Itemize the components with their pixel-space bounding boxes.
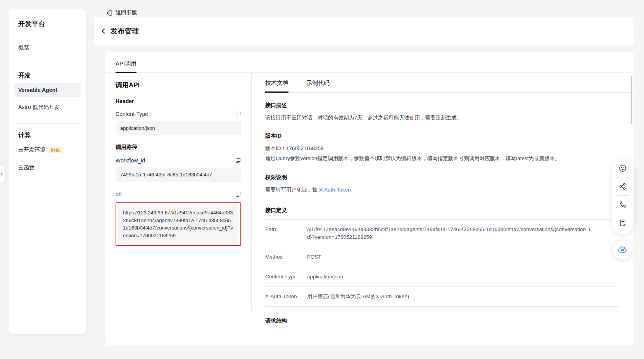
feedback-button[interactable] xyxy=(614,161,631,176)
table-row: X-Auth-Token 用户凭证(通常为华为云IAM的X-Auth-Token… xyxy=(265,287,618,307)
copy-button[interactable] xyxy=(235,111,241,117)
divider xyxy=(616,177,629,178)
return-icon xyxy=(106,10,113,16)
table-row: Method POST xyxy=(265,247,618,267)
version-id-line: 版本ID：1760521168259 xyxy=(265,145,618,152)
tab-api-call[interactable]: API调用 xyxy=(116,60,136,72)
cloud-code-icon xyxy=(617,244,628,255)
sidebar-item-label: Astro 低代码开发 xyxy=(18,104,60,111)
back-to-old-version-link[interactable]: 返回旧版 xyxy=(106,9,137,16)
back-chevron-icon[interactable] xyxy=(100,28,107,34)
request-structure-heading: 请求结构 xyxy=(265,318,618,324)
sidebar-item-versatile-agent[interactable]: Versatile Agent xyxy=(14,83,81,97)
interface-desc-body: 该接口用于应用对话，对话的有效期为7天，超过之后可能无法使用，需要重新生成。 xyxy=(265,114,618,122)
contact-button[interactable] xyxy=(614,197,631,212)
document-edit-icon xyxy=(618,219,627,227)
path-group-title: 调用路径 xyxy=(116,144,241,151)
floating-toolbar xyxy=(612,158,634,234)
sidebar-section-compute: 计算 xyxy=(14,131,81,140)
column-divider xyxy=(251,73,252,311)
row-label: Path xyxy=(265,226,307,241)
invoke-api-panel: 调用API Header Content-Type application/js… xyxy=(105,73,251,345)
sidebar: 开发平台 概览 开发 Versatile Agent Astro 低代码开发 计… xyxy=(9,9,86,334)
card-tab-bar: API调用 xyxy=(105,52,634,73)
url-highlight-box: https://123.249.99.67/v1/f9412eeacd9e446… xyxy=(116,202,241,246)
row-label: Method xyxy=(265,253,307,261)
sidebar-item-label: 云函数 xyxy=(18,164,35,171)
sidebar-section-dev: 开发 xyxy=(14,72,81,80)
card-body: 调用API Header Content-Type application/js… xyxy=(105,73,634,345)
divider xyxy=(16,37,78,37)
definition-table: Path /v1/f9412eeacd9e4464a3332b6c8f1ae2b… xyxy=(265,219,618,307)
sidebar-item-label: 概览 xyxy=(18,44,29,51)
sidebar-item-cloud-function[interactable]: 云函数 xyxy=(14,161,81,175)
page-header: 发布管理 xyxy=(94,17,634,45)
chevron-left-icon xyxy=(0,172,4,176)
sidebar-item-astro[interactable]: Astro 低代码开发 xyxy=(14,100,81,115)
table-row: Path /v1/f9412eeacd9e4464a3332b6c8f1ae2b… xyxy=(265,220,618,247)
row-label: Content-Type xyxy=(265,273,307,281)
row-label: X-Auth-Token xyxy=(265,293,307,300)
workflow-id-label: Workflow_id xyxy=(116,157,145,164)
doc-tab-bar: 技术文档 示例代码 xyxy=(265,79,634,93)
sidebar-item-label: 云开发环境 xyxy=(18,147,45,154)
divider xyxy=(16,64,78,64)
content-area: 返回旧版 发布管理 API调用 调用API Header Content-Typ… xyxy=(94,0,634,359)
row-value: /v1/f9412eeacd9e4464a3332b6c8f1ae2b4/age… xyxy=(307,226,594,241)
doc-panel: 技术文档 示例代码 接口描述 该接口用于应用对话，对话的有效期为7天，超过之后可… xyxy=(251,73,634,345)
main-card: API调用 调用API Header Content-Type app xyxy=(105,52,634,345)
phone-icon xyxy=(618,200,627,209)
row-value: POST xyxy=(307,253,321,261)
url-value-box: https://123.249.99.67/v1/f9412eeacd9e446… xyxy=(118,205,238,243)
row-value: application/json xyxy=(307,273,343,281)
sidebar-item-cloud-dev-env[interactable]: 云开发环境 beta xyxy=(14,143,81,157)
row-value: 用户凭证(通常为华为云IAM的X-Auth-Token) xyxy=(307,293,409,300)
divider xyxy=(16,123,78,124)
content-type-value-box: application/json xyxy=(116,121,241,135)
copy-button[interactable] xyxy=(235,157,241,164)
divider xyxy=(616,195,629,196)
copy-button[interactable] xyxy=(235,191,241,197)
cloud-ide-button[interactable] xyxy=(613,240,632,259)
permission-body: 需要填写用户凭证，如 X-Auth-Token xyxy=(265,186,618,194)
share-icon xyxy=(618,182,627,191)
share-button[interactable] xyxy=(614,179,631,194)
copy-icon xyxy=(235,191,241,197)
content-type-label: Content-Type xyxy=(116,111,148,117)
url-label: url xyxy=(116,191,122,197)
sidebar-item-overview[interactable]: 概览 xyxy=(14,40,81,55)
version-id-note: 通过Query参数version指定调用版本，参数值不填时默认为编辑版本，填写指… xyxy=(265,155,618,162)
interface-desc-heading: 接口描述 xyxy=(265,102,618,109)
version-id-heading: 版本ID xyxy=(265,133,618,140)
survey-button[interactable] xyxy=(614,215,631,231)
back-to-old-version-label: 返回旧版 xyxy=(116,9,137,16)
url-field-row: url xyxy=(116,191,241,197)
invoke-api-title: 调用API xyxy=(116,81,241,90)
table-row: Content-Type application/json xyxy=(265,267,618,287)
tab-sample-code[interactable]: 示例代码 xyxy=(306,79,330,92)
copy-icon xyxy=(235,111,241,117)
divider xyxy=(616,214,629,214)
sidebar-title: 开发平台 xyxy=(14,19,81,28)
header-group-title: Header xyxy=(116,98,241,104)
sidebar-collapse-handle[interactable] xyxy=(0,165,5,183)
workflow-id-value-box: 7499fa1a-1746-435f-8c65-1d163b04f4d7 xyxy=(116,167,241,182)
content-type-field-row: Content-Type xyxy=(116,111,241,117)
tab-tech-doc[interactable]: 技术文档 xyxy=(265,79,288,92)
workflow-id-field-row: Workflow_id xyxy=(116,157,241,164)
sidebar-item-label: Versatile Agent xyxy=(18,87,57,93)
scrollbar-thumb[interactable] xyxy=(631,76,632,124)
definition-heading: 接口定义 xyxy=(265,207,618,214)
beta-badge: beta xyxy=(48,147,62,153)
x-auth-token-link[interactable]: X-Auth-Token xyxy=(319,187,351,193)
page-title: 发布管理 xyxy=(110,26,139,36)
permission-text: 需要填写用户凭证，如 xyxy=(265,187,319,193)
permission-heading: 权限说明 xyxy=(265,174,618,181)
smiley-icon xyxy=(618,164,627,173)
copy-icon xyxy=(235,157,241,164)
